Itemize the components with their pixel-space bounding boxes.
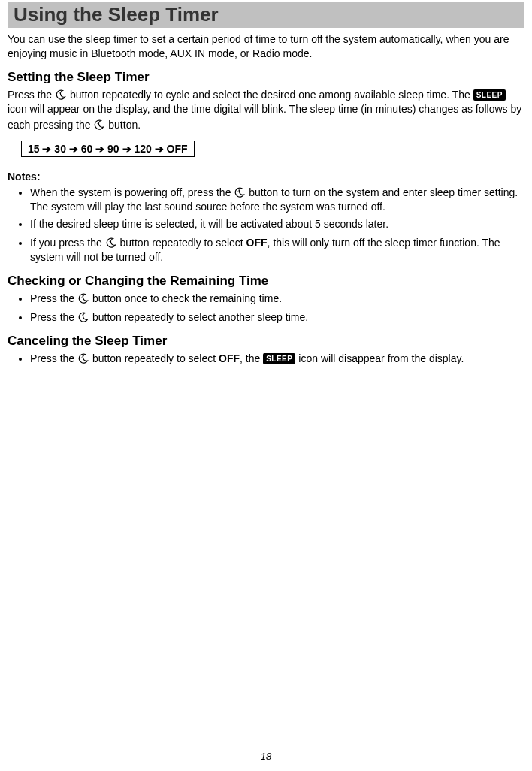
text: button repeatedly to select (120, 237, 246, 249)
sleep-badge-icon: SLEEP (473, 89, 506, 101)
intro-text: You can use the sleep timer to set a cer… (8, 32, 524, 61)
off-text: OFF (219, 352, 240, 364)
sleep-icon (105, 237, 117, 249)
text: Press the (30, 292, 77, 304)
checking-list: Press the button once to check the remai… (8, 290, 524, 325)
text: Press the (8, 89, 55, 101)
list-item: Press the button repeatedly to select an… (30, 309, 524, 325)
list-item: If the desired sleep time is selected, i… (30, 217, 524, 231)
text: button. (108, 119, 141, 131)
off-text: OFF (246, 237, 268, 249)
notes-label: Notes: (8, 171, 524, 183)
text: Press the (30, 352, 77, 364)
text: Press the (30, 311, 77, 323)
sleep-badge-icon: SLEEP (263, 353, 295, 365)
sleep-icon (77, 352, 89, 364)
text: button repeatedly to cycle and select th… (70, 89, 473, 101)
text: If the desired sleep time is selected, i… (30, 218, 388, 230)
list-item: When the system is powering off, press t… (30, 184, 524, 214)
text: button repeatedly to select another slee… (92, 311, 308, 323)
text: When the system is powering off, press t… (30, 186, 234, 198)
page-number: 18 (0, 751, 532, 762)
text: icon will disappear from the display. (298, 352, 464, 364)
page-title: Using the Sleep Timer (8, 2, 524, 28)
sleep-icon (77, 292, 89, 304)
notes-list: When the system is powering off, press t… (8, 184, 524, 264)
text: button repeatedly to select (92, 352, 219, 364)
list-item: Press the button repeatedly to select OF… (30, 350, 524, 366)
sequence-box: 15 ➔ 30 ➔ 60 ➔ 90 ➔ 120 ➔ OFF (21, 141, 195, 157)
setting-heading: Setting the Sleep Timer (8, 70, 524, 85)
sleep-icon (55, 89, 67, 101)
text: If you press the (30, 237, 105, 249)
sleep-icon (93, 119, 105, 131)
setting-paragraph: Press the button repeatedly to cycle and… (8, 86, 524, 132)
canceling-heading: Canceling the Sleep Timer (8, 334, 524, 349)
list-item: If you press the button repeatedly to se… (30, 234, 524, 265)
text: , the (240, 352, 263, 364)
text: button once to check the remaining time. (92, 292, 282, 304)
checking-heading: Checking or Changing the Remaining Time (8, 274, 524, 289)
list-item: Press the button once to check the remai… (30, 290, 524, 306)
sleep-icon (77, 311, 89, 323)
sleep-icon (234, 186, 246, 198)
text: icon will appear on the display, and the… (8, 103, 521, 131)
canceling-list: Press the button repeatedly to select OF… (8, 350, 524, 366)
